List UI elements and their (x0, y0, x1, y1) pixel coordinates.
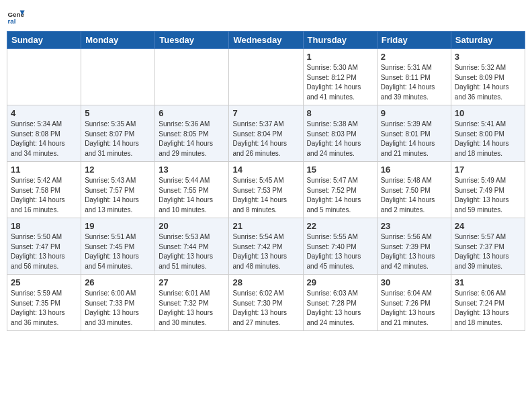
calendar-table: SundayMondayTuesdayWednesdayThursdayFrid… (7, 31, 525, 331)
day-info: Sunrise: 5:31 AM Sunset: 8:11 PM Dayligh… (381, 63, 447, 102)
day-number: 17 (455, 165, 521, 175)
day-info: Sunrise: 5:55 AM Sunset: 7:40 PM Dayligh… (307, 232, 373, 271)
calendar-cell: 3Sunrise: 5:32 AM Sunset: 8:09 PM Daylig… (451, 49, 525, 105)
day-info: Sunrise: 5:30 AM Sunset: 8:12 PM Dayligh… (307, 63, 373, 102)
day-info: Sunrise: 5:41 AM Sunset: 8:00 PM Dayligh… (455, 120, 521, 158)
weekday-header-thursday: Thursday (303, 32, 377, 49)
day-number: 28 (232, 277, 299, 287)
day-info: Sunrise: 5:56 AM Sunset: 7:39 PM Dayligh… (381, 232, 447, 271)
day-info: Sunrise: 6:03 AM Sunset: 7:28 PM Dayligh… (307, 289, 373, 328)
day-info: Sunrise: 5:51 AM Sunset: 7:45 PM Dayligh… (85, 232, 151, 271)
day-info: Sunrise: 5:59 AM Sunset: 7:35 PM Dayligh… (11, 289, 77, 328)
calendar-week-3: 11Sunrise: 5:42 AM Sunset: 7:58 PM Dayli… (7, 162, 525, 218)
weekday-row: SundayMondayTuesdayWednesdayThursdayFrid… (7, 32, 525, 49)
day-number: 27 (159, 277, 225, 287)
day-number: 26 (85, 277, 151, 287)
day-info: Sunrise: 5:50 AM Sunset: 7:47 PM Dayligh… (11, 232, 77, 271)
day-number: 18 (11, 221, 77, 231)
day-info: Sunrise: 5:42 AM Sunset: 7:58 PM Dayligh… (11, 176, 77, 215)
day-number: 23 (381, 221, 447, 231)
day-info: Sunrise: 5:45 AM Sunset: 7:53 PM Dayligh… (232, 176, 299, 215)
day-number: 14 (232, 165, 299, 175)
day-number: 2 (381, 52, 447, 62)
calendar-week-2: 4Sunrise: 5:34 AM Sunset: 8:08 PM Daylig… (7, 105, 525, 162)
calendar-cell: 22Sunrise: 5:55 AM Sunset: 7:40 PM Dayli… (303, 218, 377, 275)
logo-icon: Gene ral (7, 7, 26, 26)
day-info: Sunrise: 5:57 AM Sunset: 7:37 PM Dayligh… (455, 232, 521, 271)
calendar-week-1: 1Sunrise: 5:30 AM Sunset: 8:12 PM Daylig… (7, 49, 525, 105)
calendar-cell: 10Sunrise: 5:41 AM Sunset: 8:00 PM Dayli… (451, 105, 525, 162)
weekday-header-wednesday: Wednesday (229, 32, 303, 49)
day-info: Sunrise: 6:00 AM Sunset: 7:33 PM Dayligh… (85, 289, 151, 328)
calendar-cell: 2Sunrise: 5:31 AM Sunset: 8:11 PM Daylig… (377, 49, 451, 105)
calendar-cell: 13Sunrise: 5:44 AM Sunset: 7:55 PM Dayli… (155, 162, 229, 218)
day-number: 22 (307, 221, 373, 231)
day-number: 13 (159, 165, 225, 175)
day-number: 10 (455, 108, 521, 118)
calendar-cell: 29Sunrise: 6:03 AM Sunset: 7:28 PM Dayli… (303, 275, 377, 331)
calendar-cell: 27Sunrise: 6:01 AM Sunset: 7:32 PM Dayli… (155, 275, 229, 331)
page-header: Gene ral (7, 7, 525, 26)
logo: Gene ral (7, 7, 28, 26)
day-info: Sunrise: 5:44 AM Sunset: 7:55 PM Dayligh… (159, 176, 225, 215)
day-number: 3 (455, 52, 521, 62)
calendar-week-4: 18Sunrise: 5:50 AM Sunset: 7:47 PM Dayli… (7, 218, 525, 275)
day-number: 6 (159, 108, 225, 118)
calendar-cell: 23Sunrise: 5:56 AM Sunset: 7:39 PM Dayli… (377, 218, 451, 275)
calendar-cell: 15Sunrise: 5:47 AM Sunset: 7:52 PM Dayli… (303, 162, 377, 218)
calendar-cell (7, 49, 81, 105)
calendar-cell: 9Sunrise: 5:39 AM Sunset: 8:01 PM Daylig… (377, 105, 451, 162)
day-info: Sunrise: 6:04 AM Sunset: 7:26 PM Dayligh… (381, 289, 447, 328)
day-number: 5 (85, 108, 151, 118)
calendar-cell: 4Sunrise: 5:34 AM Sunset: 8:08 PM Daylig… (7, 105, 81, 162)
calendar-cell: 1Sunrise: 5:30 AM Sunset: 8:12 PM Daylig… (303, 49, 377, 105)
day-number: 30 (381, 277, 447, 287)
calendar-cell: 16Sunrise: 5:48 AM Sunset: 7:50 PM Dayli… (377, 162, 451, 218)
day-number: 15 (307, 165, 373, 175)
calendar-cell: 28Sunrise: 6:02 AM Sunset: 7:30 PM Dayli… (229, 275, 303, 331)
day-info: Sunrise: 5:48 AM Sunset: 7:50 PM Dayligh… (381, 176, 447, 215)
day-number: 31 (455, 277, 521, 287)
day-number: 8 (307, 108, 373, 118)
weekday-header-sunday: Sunday (7, 32, 81, 49)
day-info: Sunrise: 5:49 AM Sunset: 7:49 PM Dayligh… (455, 176, 521, 215)
day-info: Sunrise: 5:36 AM Sunset: 8:05 PM Dayligh… (159, 120, 225, 158)
calendar-body: 1Sunrise: 5:30 AM Sunset: 8:12 PM Daylig… (7, 49, 525, 331)
day-info: Sunrise: 5:47 AM Sunset: 7:52 PM Dayligh… (307, 176, 373, 215)
calendar-cell: 18Sunrise: 5:50 AM Sunset: 7:47 PM Dayli… (7, 218, 81, 275)
calendar-cell: 31Sunrise: 6:06 AM Sunset: 7:24 PM Dayli… (451, 275, 525, 331)
day-number: 20 (159, 221, 225, 231)
weekday-header-saturday: Saturday (451, 32, 525, 49)
calendar-cell (155, 49, 229, 105)
day-number: 12 (85, 165, 151, 175)
day-number: 4 (11, 108, 77, 118)
day-number: 11 (11, 165, 77, 175)
day-number: 24 (455, 221, 521, 231)
day-info: Sunrise: 5:37 AM Sunset: 8:04 PM Dayligh… (232, 120, 299, 158)
calendar-cell: 5Sunrise: 5:35 AM Sunset: 8:07 PM Daylig… (81, 105, 155, 162)
weekday-header-monday: Monday (81, 32, 155, 49)
day-info: Sunrise: 5:38 AM Sunset: 8:03 PM Dayligh… (307, 120, 373, 158)
day-info: Sunrise: 5:35 AM Sunset: 8:07 PM Dayligh… (85, 120, 151, 158)
day-number: 1 (307, 52, 373, 62)
calendar-header: SundayMondayTuesdayWednesdayThursdayFrid… (7, 32, 525, 49)
svg-text:ral: ral (7, 17, 15, 25)
day-number: 25 (11, 277, 77, 287)
calendar-cell: 24Sunrise: 5:57 AM Sunset: 7:37 PM Dayli… (451, 218, 525, 275)
day-info: Sunrise: 6:01 AM Sunset: 7:32 PM Dayligh… (159, 289, 225, 328)
calendar-cell: 26Sunrise: 6:00 AM Sunset: 7:33 PM Dayli… (81, 275, 155, 331)
calendar-cell: 19Sunrise: 5:51 AM Sunset: 7:45 PM Dayli… (81, 218, 155, 275)
calendar-cell: 30Sunrise: 6:04 AM Sunset: 7:26 PM Dayli… (377, 275, 451, 331)
day-info: Sunrise: 5:54 AM Sunset: 7:42 PM Dayligh… (232, 232, 299, 271)
calendar-cell: 14Sunrise: 5:45 AM Sunset: 7:53 PM Dayli… (229, 162, 303, 218)
day-info: Sunrise: 5:34 AM Sunset: 8:08 PM Dayligh… (11, 120, 77, 158)
calendar-cell: 7Sunrise: 5:37 AM Sunset: 8:04 PM Daylig… (229, 105, 303, 162)
day-info: Sunrise: 5:53 AM Sunset: 7:44 PM Dayligh… (159, 232, 225, 271)
calendar-cell: 6Sunrise: 5:36 AM Sunset: 8:05 PM Daylig… (155, 105, 229, 162)
weekday-header-friday: Friday (377, 32, 451, 49)
calendar-cell (229, 49, 303, 105)
day-number: 19 (85, 221, 151, 231)
weekday-header-tuesday: Tuesday (155, 32, 229, 49)
day-info: Sunrise: 6:06 AM Sunset: 7:24 PM Dayligh… (455, 289, 521, 328)
day-number: 21 (232, 221, 299, 231)
